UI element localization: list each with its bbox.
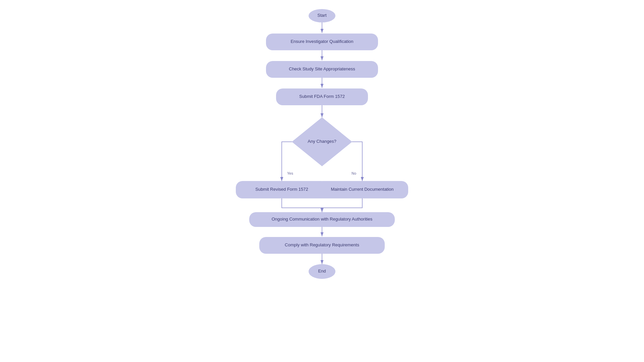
yes-branch-label: Submit Revised Form 1572 xyxy=(255,187,308,192)
step3-label: Submit FDA Form 1572 xyxy=(299,94,345,99)
step2-label: Check Study Site Appropriateness xyxy=(289,66,355,71)
step1-label: Ensure Investigator Qualification xyxy=(290,39,353,44)
arrow-no-step4 xyxy=(322,198,362,212)
decision-label: Any Changes? xyxy=(308,139,336,144)
step5-label: Comply with Regulatory Requirements xyxy=(285,242,359,247)
no-label: No xyxy=(352,171,356,175)
start-label: Start xyxy=(317,13,327,18)
step4-label: Ongoing Communication with Regulatory Au… xyxy=(272,217,373,222)
no-branch-label: Maintain Current Documentation xyxy=(331,187,393,192)
flowchart-container: Start Ensure Investigator Qualification … xyxy=(221,7,423,355)
end-label: End xyxy=(318,268,326,274)
arrow-yes-step4 xyxy=(282,198,322,212)
yes-label: Yes xyxy=(287,171,293,175)
